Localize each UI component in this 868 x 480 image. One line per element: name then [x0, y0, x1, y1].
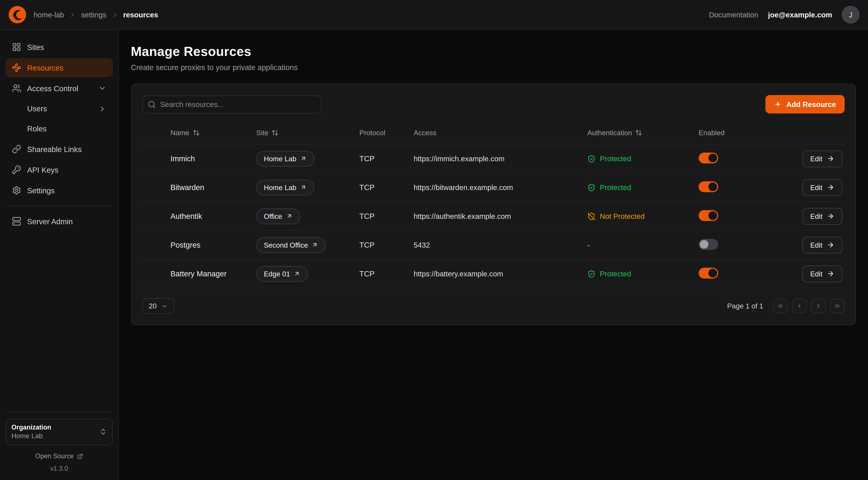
sidebar-item-roles[interactable]: Roles — [5, 119, 113, 138]
sidebar-item-shareable-links[interactable]: Shareable Links — [5, 140, 113, 158]
auth-status: Protected — [587, 270, 699, 278]
site-link[interactable]: Office — [256, 208, 300, 224]
auth-label: - — [587, 241, 590, 249]
organization-value: Home Lab — [11, 432, 51, 441]
sort-icon — [272, 129, 279, 136]
table-row: Authentik Office TCP https://authentik.e… — [142, 202, 845, 231]
edit-button[interactable]: Edit — [802, 265, 842, 282]
page-indicator: Page 1 of 1 — [727, 302, 764, 310]
server-icon — [12, 217, 21, 226]
search-container — [142, 95, 321, 113]
header-site[interactable]: Site — [256, 128, 359, 137]
organization-selector[interactable]: Organization Home Lab — [5, 419, 113, 445]
enabled-toggle[interactable] — [699, 181, 718, 192]
table-toolbar: Add Resource — [142, 95, 845, 114]
enabled-toggle[interactable] — [699, 268, 718, 278]
next-page-button[interactable] — [811, 299, 826, 313]
resources-waypoints-icon — [12, 63, 21, 72]
table-row: Bitwarden Home Lab TCP https://bitwarden… — [142, 173, 845, 202]
site-link[interactable]: Home Lab — [256, 180, 314, 195]
arrow-right-icon — [827, 270, 834, 277]
auth-status: Protected — [587, 155, 699, 163]
link-icon — [12, 144, 21, 154]
sidebar-item-server-admin[interactable]: Server Admin — [5, 212, 113, 231]
sidebar-item-label: Sites — [27, 43, 44, 51]
topbar-right: Documentation joe@example.com J — [709, 6, 859, 23]
sort-icon — [635, 129, 642, 136]
header-access: Access — [414, 128, 587, 137]
breadcrumb-settings[interactable]: settings — [81, 11, 106, 19]
open-source-label: Open Source — [35, 452, 74, 460]
site-link[interactable]: Second Office — [256, 237, 326, 253]
key-icon — [12, 165, 21, 174]
page-title: Manage Resources — [131, 44, 856, 59]
auth-label: Protected — [600, 155, 631, 163]
protocol: TCP — [359, 269, 414, 278]
documentation-link[interactable]: Documentation — [709, 11, 758, 19]
header-protocol: Protocol — [359, 128, 414, 137]
chevrons-up-down-icon — [99, 428, 107, 436]
page-size-value: 20 — [149, 302, 157, 310]
breadcrumb-org[interactable]: home-lab — [34, 11, 64, 19]
search-input[interactable] — [142, 95, 321, 113]
protocol: TCP — [359, 241, 414, 249]
page-size-select[interactable]: 20 — [142, 298, 175, 314]
header-name[interactable]: Name — [170, 128, 256, 137]
auth-label: Not Protected — [600, 212, 645, 220]
edit-button[interactable]: Edit — [802, 150, 842, 167]
access-url: 5432 — [414, 241, 430, 249]
app-window: home-lab settings resources Documentatio… — [0, 0, 868, 480]
shield-off-icon — [587, 212, 595, 220]
avatar[interactable]: J — [842, 6, 859, 23]
sidebar-item-access-control[interactable]: Access Control — [5, 79, 113, 98]
arrow-up-right-icon — [312, 242, 318, 248]
enabled-toggle[interactable] — [699, 210, 718, 221]
site-link[interactable]: Home Lab — [256, 151, 314, 167]
access-url: https://battery.example.com — [414, 270, 503, 278]
table-row: Immich Home Lab TCP https://immich.examp… — [142, 144, 845, 173]
header-authentication[interactable]: Authentication — [587, 128, 699, 137]
plus-icon — [774, 100, 782, 108]
site-link[interactable]: Edge 01 — [256, 266, 308, 281]
edit-button[interactable]: Edit — [802, 208, 842, 224]
protocol: TCP — [359, 183, 414, 192]
breadcrumb-separator-icon — [111, 11, 118, 18]
arrow-up-right-icon — [300, 155, 307, 162]
external-link-icon — [77, 453, 83, 459]
first-page-button[interactable] — [773, 299, 788, 313]
arrow-up-right-icon — [286, 213, 292, 219]
enabled-toggle[interactable] — [699, 239, 718, 249]
arrow-right-icon — [827, 212, 834, 220]
sidebar-item-users[interactable]: Users — [5, 99, 113, 118]
breadcrumb-separator-icon — [69, 11, 76, 18]
pangolin-logo-icon[interactable] — [9, 6, 26, 23]
arrow-right-icon — [827, 241, 834, 249]
open-source-link[interactable]: Open Source — [5, 452, 113, 460]
user-email[interactable]: joe@example.com — [768, 11, 832, 19]
sidebar-item-settings[interactable]: Settings — [5, 181, 113, 200]
sites-grid-icon — [12, 42, 21, 52]
chevron-right-icon — [98, 104, 106, 113]
protocol: TCP — [359, 154, 414, 163]
sidebar-item-label: Access Control — [27, 84, 78, 93]
pager-controls: Page 1 of 1 — [727, 299, 845, 313]
enabled-toggle[interactable] — [699, 152, 718, 163]
previous-page-button[interactable] — [792, 299, 807, 313]
resource-name: Authentik — [170, 212, 256, 220]
sidebar-item-resources[interactable]: Resources — [5, 58, 113, 77]
sidebar-item-label: Server Admin — [27, 217, 73, 226]
sidebar-item-label: API Keys — [27, 166, 58, 174]
header-enabled: Enabled — [699, 128, 775, 137]
table-row: Postgres Second Office TCP 5432 - Edit — [142, 231, 845, 260]
edit-button[interactable]: Edit — [802, 237, 842, 253]
auth-label: Protected — [600, 270, 631, 278]
resource-name: Immich — [170, 154, 256, 163]
edit-button[interactable]: Edit — [802, 179, 842, 196]
access-url: https://bitwarden.example.com — [414, 183, 513, 191]
add-resource-button[interactable]: Add Resource — [766, 95, 845, 114]
access-url: https://immich.example.com — [414, 155, 504, 163]
last-page-button[interactable] — [830, 299, 845, 313]
sidebar-item-label: Roles — [27, 124, 46, 133]
sidebar-item-sites[interactable]: Sites — [5, 37, 113, 57]
sidebar-item-api-keys[interactable]: API Keys — [5, 160, 113, 179]
